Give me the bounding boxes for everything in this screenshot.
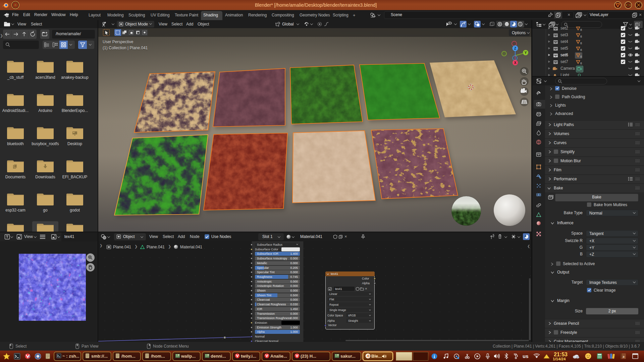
svg-text:Z: Z [514,47,516,50]
svg-text:a: a [623,354,625,358]
svg-text:X: X [514,61,517,65]
svg-text:Y: Y [525,51,527,55]
